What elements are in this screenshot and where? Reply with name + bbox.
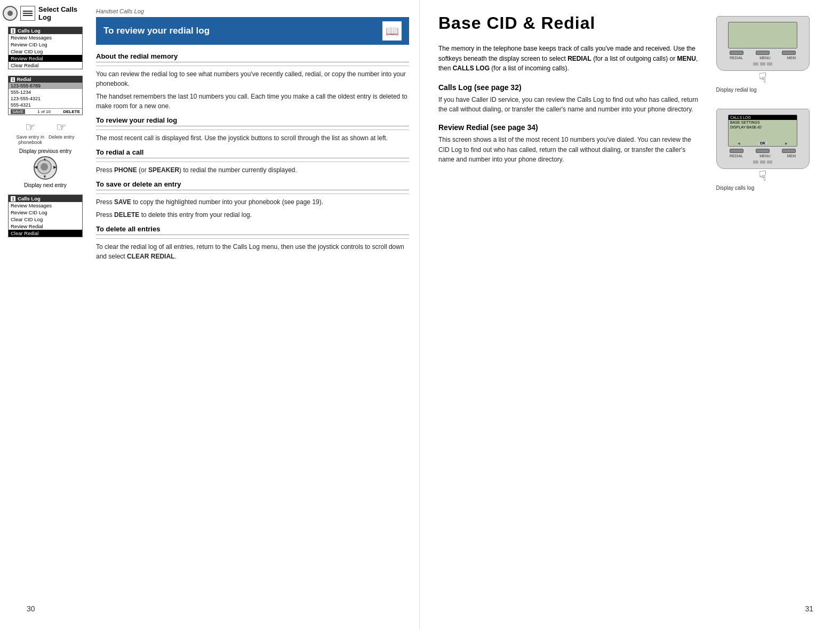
display-prev-entry-label: Display previous entry <box>3 148 88 154</box>
redial-num: 1 <box>11 77 15 82</box>
menu-item-bottom-review-cid: Review CID Log <box>9 209 82 216</box>
right-images-col: REDIAL MENU MEM ☟ <box>704 13 821 193</box>
phone-container-bottom: CALLS LOG BASE SETTINGS DISPLAY BASE-ID … <box>716 109 810 191</box>
joystick-group: ▲ ▼ ◀ ▶ Display next entry <box>3 155 88 188</box>
phone-base-top: REDIAL MENU MEM <box>716 16 810 71</box>
menu-item-review-messages: Review Messages <box>9 34 82 41</box>
softkey-label-menu: MENU <box>759 56 771 60</box>
ok-right-arrow: ▶ <box>785 141 788 145</box>
softkey-redial-btn[interactable] <box>730 51 743 55</box>
section-delete-all-p1: To clear the redial log of all entries, … <box>96 242 409 261</box>
softkey-menu-btn[interactable] <box>756 51 770 55</box>
right-intro: The memory in the telephone base keeps t… <box>438 44 699 74</box>
section-redial-p1: Press PHONE (or SPEAKER) to redial the n… <box>96 165 409 175</box>
section-save-delete-p1: Press SAVE to copy the highlighted numbe… <box>96 197 409 207</box>
keypad-area-top <box>719 61 806 68</box>
section-about-p2: The handset remembers the last 10 number… <box>96 92 409 111</box>
phone-screen-bottom: CALLS LOG BASE SETTINGS DISPLAY BASE-ID … <box>728 115 797 147</box>
right-calls-log-heading: Calls Log (see page 32) <box>438 83 699 92</box>
menu-item-bottom-review-redial: Review Redial <box>9 223 82 230</box>
display-calls-log-label: Display calls log <box>716 185 810 191</box>
softkey-labels-top: REDIAL MENU MEM <box>722 56 804 60</box>
redial-entry-2: 555-1234 <box>9 89 82 95</box>
section-about-heading: About the redial memory <box>96 52 409 62</box>
calls-log-menu-top: 1 Calls Log Review Messages Review CID L… <box>3 27 88 69</box>
softkeys-row-top <box>724 51 802 55</box>
menu-item-review-redial: Review Redial <box>9 55 82 62</box>
softkey-mem-btn[interactable] <box>782 51 796 55</box>
section-about-p1: You can review the redial log to see wha… <box>96 69 409 88</box>
joystick-arrows: ▲ ▼ ◀ ▶ <box>34 156 57 180</box>
menu-item-clear-redial-top: Clear Redial <box>9 62 82 69</box>
softkeys-row-bottom <box>724 149 802 153</box>
redial-counter: 1 of 10 <box>37 109 50 114</box>
save-delete-row: ☞ Save entry inphonebook ☞ Delete entry <box>3 122 88 145</box>
menu-ok-area: ◀ OK ▶ <box>729 141 797 145</box>
right-page-title: Base CID & Redial <box>438 13 699 33</box>
softkey-b-label-redial: REDIAL <box>730 154 743 158</box>
redial-list-group: 1 Redial 123-555-6789 555-1234 123-555-4… <box>3 76 88 115</box>
calls-log-menu-bottom: 1 Calls Log Review Messages Review CID L… <box>3 195 88 237</box>
left-content: Handset Calls Log To review your redial … <box>91 0 420 629</box>
calls-log-menu-title-bottom: 1 Calls Log <box>9 195 82 202</box>
menu-item-bottom-clear-redial: Clear Redial <box>9 230 82 237</box>
softkey-b-mem-btn[interactable] <box>782 149 796 153</box>
left-page: Select Calls Log 1 Calls Log Review Mess… <box>0 0 420 629</box>
menu-item-clear-cid: Clear CID Log <box>9 48 82 55</box>
right-page-inner: Base CID & Redial The memory in the tele… <box>438 13 821 193</box>
section-review-p1: The most recent call is displayed first.… <box>96 133 409 143</box>
phone-screen-top <box>728 22 797 49</box>
left-sidebar: Select Calls Log 1 Calls Log Review Mess… <box>0 0 91 629</box>
softkey-b-redial-btn[interactable] <box>730 149 743 153</box>
ok-left-arrow: ◀ <box>738 141 740 145</box>
calls-log-menu-title-top: 1 Calls Log <box>9 27 82 34</box>
menu-calls-log: CALLS LOG <box>729 115 797 120</box>
calls-log-menu-box-bottom: 1 Calls Log Review Messages Review CID L… <box>8 195 83 237</box>
right-review-redial-heading: Review Redial (see page 34) <box>438 123 699 132</box>
phone-container-top: REDIAL MENU MEM ☟ <box>716 16 810 93</box>
menu-display-base-id: DISPLAY BASE-ID <box>729 125 797 130</box>
right-review-redial-text: This screen shows a list of the most rec… <box>438 135 699 165</box>
menu-item-bottom-clear-cid: Clear CID Log <box>9 216 82 223</box>
select-calls-log-area: Select Calls Log <box>3 5 88 21</box>
softkey-b-label-menu: MENU <box>759 154 771 158</box>
section-delete-all-heading: To delete all entries <box>96 225 409 235</box>
section-redial-heading: To redial a call <box>96 148 409 158</box>
section-save-delete-heading: To save or delete an entry <box>96 180 409 190</box>
save-btn[interactable]: SAVE <box>11 109 25 114</box>
softkey-label-redial: REDIAL <box>730 56 743 60</box>
delete-entry-label: Delete entry <box>49 134 75 140</box>
phone-base-bottom: CALLS LOG BASE SETTINGS DISPLAY BASE-ID … <box>716 109 810 169</box>
left-page-number: 30 <box>27 604 35 613</box>
right-section-calls-log: Calls Log (see page 32) If you have Call… <box>438 83 699 115</box>
banner-title: To review your redial log <box>103 26 210 36</box>
section-save-delete-p2: Press DELETE to delete this entry from y… <box>96 210 409 220</box>
delete-btn[interactable]: DELETE <box>63 109 80 114</box>
hand-pointer-bottom: ☟ <box>758 168 767 184</box>
redial-list-box: 1 Redial 123-555-6789 555-1234 123-555-4… <box>8 76 83 115</box>
blue-banner: To review your redial log 📖 <box>96 17 409 45</box>
menu-item-review-cid: Review CID Log <box>9 41 82 48</box>
book-icon: 📖 <box>382 21 402 41</box>
menu-item-bottom-review-msg: Review Messages <box>9 202 82 209</box>
redial-footer: SAVE 1 of 10 DELETE <box>9 108 82 115</box>
display-next-entry-label: Display next entry <box>24 182 66 188</box>
save-icon-group: ☞ Save entry inphonebook <box>16 122 44 145</box>
hand-pointer-top: ☟ <box>758 70 767 86</box>
nav-icon-small <box>3 6 18 21</box>
softkey-b-menu-btn[interactable] <box>756 149 770 153</box>
softkey-b-label-mem: MEM <box>787 154 796 158</box>
display-redial-log-label: Display redial log <box>716 87 810 93</box>
joystick-icon: ▲ ▼ ◀ ▶ <box>34 156 57 180</box>
delete-icon-group: ☞ Delete entry <box>49 122 75 145</box>
section-delete-all: To delete all entries To clear the redia… <box>96 225 409 261</box>
redial-entry-1: 123-555-6789 <box>9 83 82 89</box>
right-text-col: Base CID & Redial The memory in the tele… <box>438 13 704 193</box>
menu-num-bottom: 1 <box>11 196 15 201</box>
section-review-heading: To review your redial log <box>96 116 409 126</box>
softkey-labels-bottom: REDIAL MENU MEM <box>722 154 804 158</box>
section-about: About the redial memory You can review t… <box>96 52 409 111</box>
right-content: Base CID & Redial The memory in the tele… <box>420 0 840 204</box>
select-calls-log-icons <box>3 6 35 21</box>
right-calls-log-text: If you have Caller ID service, you can r… <box>438 95 699 115</box>
